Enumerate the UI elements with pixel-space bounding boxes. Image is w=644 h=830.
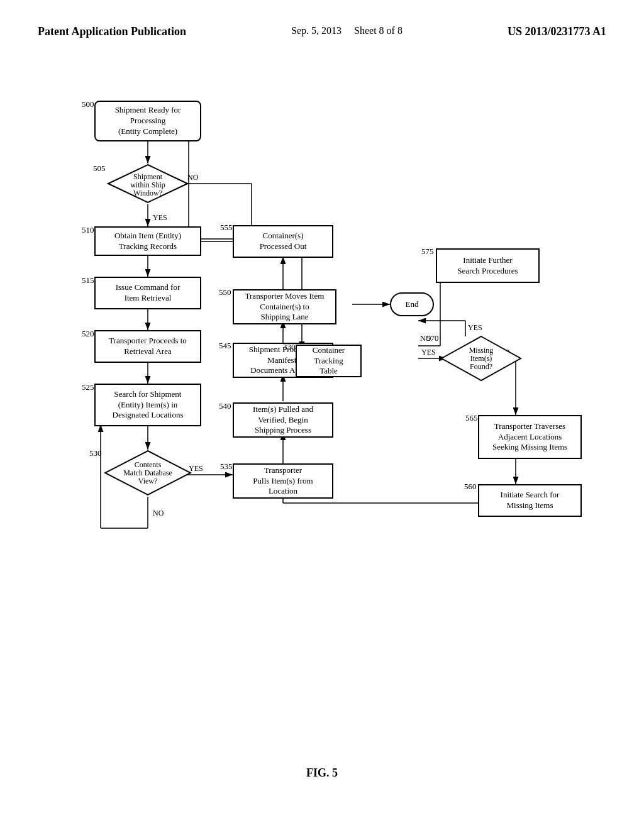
node-500: Shipment Ready for Processing (Entity Co… <box>94 101 201 141</box>
label-525: 525 <box>82 382 94 392</box>
label-560: 560 <box>464 482 477 492</box>
publication-title: Patent Application Publication <box>38 25 186 38</box>
figure-caption: FIG. 5 <box>0 766 644 780</box>
node-560: Initiate Search forMissing Items <box>478 484 582 517</box>
label-530: 530 <box>89 448 102 458</box>
label-565: 565 <box>465 413 478 423</box>
label-575: 575 <box>421 246 434 257</box>
label-540: 540 <box>219 401 231 411</box>
svg-text:Contents: Contents <box>135 460 162 469</box>
label-500: 500 <box>82 99 94 109</box>
label-545: 545 <box>219 341 231 351</box>
sheet-info: Sheet 8 of 8 <box>354 25 402 36</box>
svg-text:Item(s): Item(s) <box>470 354 492 363</box>
patent-number: US 2013/0231773 A1 <box>508 25 606 38</box>
publication-date: Sep. 5, 2013 <box>291 25 341 36</box>
node-530: Contents Match Database View? <box>104 450 192 497</box>
node-330: ContainerTrackingTable <box>296 345 362 377</box>
svg-text:Shipment: Shipment <box>133 172 163 181</box>
svg-text:Window?: Window? <box>133 189 162 197</box>
label-570: 570 <box>426 333 439 343</box>
label-550: 550 <box>219 287 231 297</box>
node-540: Item(s) Pulled andVerified, BeginShippin… <box>233 402 333 438</box>
node-510: Obtain Item (Entity)Tracking Records <box>94 226 201 256</box>
svg-text:YES: YES <box>468 323 482 332</box>
node-505: Shipment within Ship Window? <box>107 163 189 204</box>
node-555: Container(s)Processed Out <box>233 225 333 258</box>
node-535: TransporterPulls Item(s) fromLocation <box>233 463 333 499</box>
label-505: 505 <box>93 163 106 174</box>
node-550: Transporter Moves ItemContainer(s) toShi… <box>233 289 336 324</box>
svg-text:NO: NO <box>187 173 199 182</box>
svg-text:within Ship: within Ship <box>130 180 165 189</box>
node-end: End <box>390 292 434 316</box>
node-515: Issue Command forItem Retrieval <box>94 277 201 309</box>
page-header: Patent Application Publication Sep. 5, 2… <box>0 25 644 38</box>
node-565: Transporter TraversesAdjacent LocationsS… <box>478 415 582 459</box>
node-570: Missing Item(s) Found? <box>440 335 522 382</box>
label-535: 535 <box>220 462 233 472</box>
svg-text:View?: View? <box>138 477 158 485</box>
svg-text:YES: YES <box>153 213 167 222</box>
svg-text:Missing: Missing <box>469 346 494 355</box>
label-555: 555 <box>220 223 233 233</box>
svg-text:Match Database: Match Database <box>123 468 172 477</box>
svg-text:Found?: Found? <box>470 362 492 371</box>
node-525: Search for Shipment(Entity) Item(s) inDe… <box>94 384 201 426</box>
flowchart-diagram: YES YES NO NO <box>38 88 604 704</box>
node-520: Transporter Proceeds toRetrieval Area <box>94 330 201 363</box>
svg-text:NO: NO <box>153 509 164 517</box>
label-330: 330 <box>283 342 296 352</box>
label-515: 515 <box>82 275 94 285</box>
svg-text:YES: YES <box>421 348 436 357</box>
label-510: 510 <box>82 225 94 235</box>
date-sheet: Sep. 5, 2013 Sheet 8 of 8 <box>291 25 402 36</box>
label-520: 520 <box>82 329 94 339</box>
node-575: Initiate FurtherSearch Procedures <box>436 248 540 283</box>
